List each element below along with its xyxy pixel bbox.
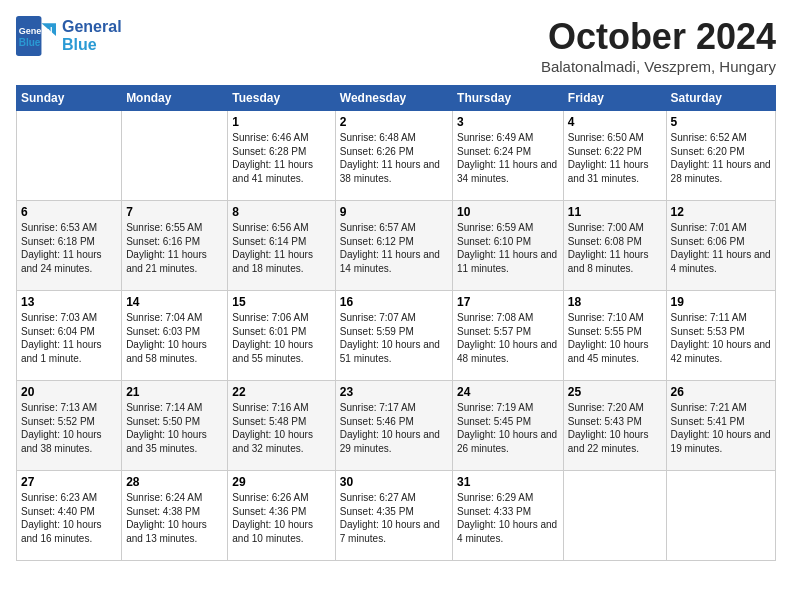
calendar-cell: 19Sunrise: 7:11 AMSunset: 5:53 PMDayligh… xyxy=(666,291,775,381)
header-saturday: Saturday xyxy=(666,86,775,111)
day-info: Sunrise: 6:55 AMSunset: 6:16 PMDaylight:… xyxy=(126,221,223,275)
header-monday: Monday xyxy=(122,86,228,111)
day-info: Sunrise: 7:20 AMSunset: 5:43 PMDaylight:… xyxy=(568,401,662,455)
calendar-cell xyxy=(666,471,775,561)
calendar-cell: 12Sunrise: 7:01 AMSunset: 6:06 PMDayligh… xyxy=(666,201,775,291)
calendar-cell xyxy=(122,111,228,201)
day-number: 31 xyxy=(457,475,559,489)
calendar-cell: 22Sunrise: 7:16 AMSunset: 5:48 PMDayligh… xyxy=(228,381,335,471)
day-info: Sunrise: 7:13 AMSunset: 5:52 PMDaylight:… xyxy=(21,401,117,455)
calendar-cell: 24Sunrise: 7:19 AMSunset: 5:45 PMDayligh… xyxy=(453,381,564,471)
day-number: 1 xyxy=(232,115,330,129)
day-number: 22 xyxy=(232,385,330,399)
day-number: 8 xyxy=(232,205,330,219)
calendar-cell: 18Sunrise: 7:10 AMSunset: 5:55 PMDayligh… xyxy=(563,291,666,381)
calendar-cell: 21Sunrise: 7:14 AMSunset: 5:50 PMDayligh… xyxy=(122,381,228,471)
calendar-cell: 4Sunrise: 6:50 AMSunset: 6:22 PMDaylight… xyxy=(563,111,666,201)
day-number: 19 xyxy=(671,295,771,309)
day-number: 11 xyxy=(568,205,662,219)
calendar-cell: 15Sunrise: 7:06 AMSunset: 6:01 PMDayligh… xyxy=(228,291,335,381)
header-friday: Friday xyxy=(563,86,666,111)
calendar-week-row: 13Sunrise: 7:03 AMSunset: 6:04 PMDayligh… xyxy=(17,291,776,381)
calendar-cell: 25Sunrise: 7:20 AMSunset: 5:43 PMDayligh… xyxy=(563,381,666,471)
day-number: 26 xyxy=(671,385,771,399)
calendar-cell: 28Sunrise: 6:24 AMSunset: 4:38 PMDayligh… xyxy=(122,471,228,561)
day-number: 4 xyxy=(568,115,662,129)
header-wednesday: Wednesday xyxy=(335,86,452,111)
day-number: 16 xyxy=(340,295,448,309)
calendar-cell: 16Sunrise: 7:07 AMSunset: 5:59 PMDayligh… xyxy=(335,291,452,381)
calendar-cell: 23Sunrise: 7:17 AMSunset: 5:46 PMDayligh… xyxy=(335,381,452,471)
logo-text: General Blue xyxy=(62,18,122,53)
day-info: Sunrise: 7:11 AMSunset: 5:53 PMDaylight:… xyxy=(671,311,771,365)
day-info: Sunrise: 7:06 AMSunset: 6:01 PMDaylight:… xyxy=(232,311,330,365)
day-info: Sunrise: 6:24 AMSunset: 4:38 PMDaylight:… xyxy=(126,491,223,545)
day-number: 23 xyxy=(340,385,448,399)
calendar-cell: 30Sunrise: 6:27 AMSunset: 4:35 PMDayligh… xyxy=(335,471,452,561)
day-info: Sunrise: 6:52 AMSunset: 6:20 PMDaylight:… xyxy=(671,131,771,185)
day-info: Sunrise: 7:19 AMSunset: 5:45 PMDaylight:… xyxy=(457,401,559,455)
header-sunday: Sunday xyxy=(17,86,122,111)
day-info: Sunrise: 7:00 AMSunset: 6:08 PMDaylight:… xyxy=(568,221,662,275)
day-number: 6 xyxy=(21,205,117,219)
day-number: 30 xyxy=(340,475,448,489)
day-info: Sunrise: 7:10 AMSunset: 5:55 PMDaylight:… xyxy=(568,311,662,365)
day-number: 12 xyxy=(671,205,771,219)
day-info: Sunrise: 7:07 AMSunset: 5:59 PMDaylight:… xyxy=(340,311,448,365)
day-info: Sunrise: 6:46 AMSunset: 6:28 PMDaylight:… xyxy=(232,131,330,185)
svg-text:General: General xyxy=(19,26,53,36)
day-number: 15 xyxy=(232,295,330,309)
day-number: 18 xyxy=(568,295,662,309)
day-number: 10 xyxy=(457,205,559,219)
day-info: Sunrise: 6:53 AMSunset: 6:18 PMDaylight:… xyxy=(21,221,117,275)
calendar-cell xyxy=(563,471,666,561)
calendar-cell: 14Sunrise: 7:04 AMSunset: 6:03 PMDayligh… xyxy=(122,291,228,381)
header-thursday: Thursday xyxy=(453,86,564,111)
calendar-cell: 2Sunrise: 6:48 AMSunset: 6:26 PMDaylight… xyxy=(335,111,452,201)
calendar-cell: 26Sunrise: 7:21 AMSunset: 5:41 PMDayligh… xyxy=(666,381,775,471)
title-block: October 2024 Balatonalmadi, Veszprem, Hu… xyxy=(541,16,776,75)
day-info: Sunrise: 6:26 AMSunset: 4:36 PMDaylight:… xyxy=(232,491,330,545)
calendar-cell: 29Sunrise: 6:26 AMSunset: 4:36 PMDayligh… xyxy=(228,471,335,561)
day-info: Sunrise: 6:23 AMSunset: 4:40 PMDaylight:… xyxy=(21,491,117,545)
calendar-cell: 8Sunrise: 6:56 AMSunset: 6:14 PMDaylight… xyxy=(228,201,335,291)
day-info: Sunrise: 7:21 AMSunset: 5:41 PMDaylight:… xyxy=(671,401,771,455)
day-number: 13 xyxy=(21,295,117,309)
day-number: 3 xyxy=(457,115,559,129)
calendar-week-row: 1Sunrise: 6:46 AMSunset: 6:28 PMDaylight… xyxy=(17,111,776,201)
day-number: 20 xyxy=(21,385,117,399)
day-info: Sunrise: 7:01 AMSunset: 6:06 PMDaylight:… xyxy=(671,221,771,275)
day-number: 14 xyxy=(126,295,223,309)
day-info: Sunrise: 6:50 AMSunset: 6:22 PMDaylight:… xyxy=(568,131,662,185)
calendar-cell: 13Sunrise: 7:03 AMSunset: 6:04 PMDayligh… xyxy=(17,291,122,381)
calendar-cell: 9Sunrise: 6:57 AMSunset: 6:12 PMDaylight… xyxy=(335,201,452,291)
day-info: Sunrise: 7:17 AMSunset: 5:46 PMDaylight:… xyxy=(340,401,448,455)
day-number: 29 xyxy=(232,475,330,489)
day-info: Sunrise: 7:08 AMSunset: 5:57 PMDaylight:… xyxy=(457,311,559,365)
subtitle: Balatonalmadi, Veszprem, Hungary xyxy=(541,58,776,75)
calendar-week-row: 27Sunrise: 6:23 AMSunset: 4:40 PMDayligh… xyxy=(17,471,776,561)
calendar-cell: 11Sunrise: 7:00 AMSunset: 6:08 PMDayligh… xyxy=(563,201,666,291)
calendar-cell: 5Sunrise: 6:52 AMSunset: 6:20 PMDaylight… xyxy=(666,111,775,201)
day-info: Sunrise: 7:14 AMSunset: 5:50 PMDaylight:… xyxy=(126,401,223,455)
calendar-cell: 7Sunrise: 6:55 AMSunset: 6:16 PMDaylight… xyxy=(122,201,228,291)
day-number: 27 xyxy=(21,475,117,489)
day-number: 5 xyxy=(671,115,771,129)
day-info: Sunrise: 7:04 AMSunset: 6:03 PMDaylight:… xyxy=(126,311,223,365)
logo: General Blue General Blue xyxy=(16,16,122,56)
day-info: Sunrise: 6:56 AMSunset: 6:14 PMDaylight:… xyxy=(232,221,330,275)
day-info: Sunrise: 6:29 AMSunset: 4:33 PMDaylight:… xyxy=(457,491,559,545)
calendar-week-row: 6Sunrise: 6:53 AMSunset: 6:18 PMDaylight… xyxy=(17,201,776,291)
header-tuesday: Tuesday xyxy=(228,86,335,111)
day-info: Sunrise: 7:16 AMSunset: 5:48 PMDaylight:… xyxy=(232,401,330,455)
calendar-cell: 1Sunrise: 6:46 AMSunset: 6:28 PMDaylight… xyxy=(228,111,335,201)
day-number: 28 xyxy=(126,475,223,489)
day-number: 17 xyxy=(457,295,559,309)
calendar-header-row: SundayMondayTuesdayWednesdayThursdayFrid… xyxy=(17,86,776,111)
day-info: Sunrise: 6:57 AMSunset: 6:12 PMDaylight:… xyxy=(340,221,448,275)
calendar-cell: 20Sunrise: 7:13 AMSunset: 5:52 PMDayligh… xyxy=(17,381,122,471)
logo-icon: General Blue xyxy=(16,16,56,56)
day-number: 7 xyxy=(126,205,223,219)
calendar-table: SundayMondayTuesdayWednesdayThursdayFrid… xyxy=(16,85,776,561)
calendar-cell: 10Sunrise: 6:59 AMSunset: 6:10 PMDayligh… xyxy=(453,201,564,291)
